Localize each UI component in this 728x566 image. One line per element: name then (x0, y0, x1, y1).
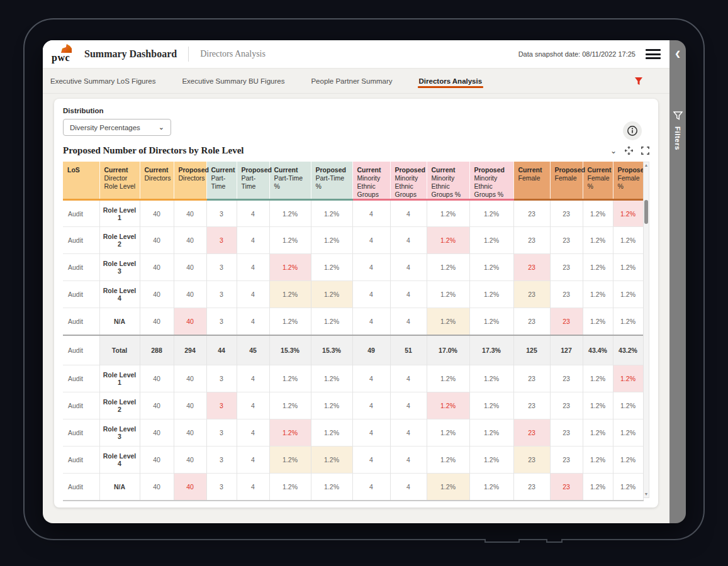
table-cell: 1.2% (269, 200, 311, 227)
table-row: AuditRole Level 34040341.2%1.2%441.2%1.2… (63, 419, 643, 447)
tab-executive-summary-los-figures[interactable]: Executive Summary LoS Figures (49, 70, 157, 92)
table-cell: 4 (237, 365, 269, 392)
table-row: AuditN/A4040341.2%1.2%441.2%1.2%23231.2%… (63, 474, 643, 501)
table-cell: 1.2% (583, 281, 613, 308)
scroll-up-icon[interactable]: ▲ (644, 162, 649, 169)
info-icon (627, 125, 638, 136)
scrollbar-thumb[interactable] (644, 200, 648, 224)
tablet-port-notch (546, 539, 563, 543)
info-button[interactable] (623, 121, 642, 140)
table-cell: 1.2% (269, 447, 311, 474)
table-cell: 288 (140, 335, 174, 365)
table-cell: 4 (352, 254, 390, 281)
table-cell: 1.2% (427, 365, 469, 392)
table-cell: 23 (550, 392, 583, 419)
table-cell: 1.2% (269, 392, 311, 419)
table-cell: 1.2% (269, 254, 311, 281)
fit-to-screen-icon[interactable] (625, 147, 633, 155)
table-cell: 4 (352, 308, 390, 335)
table-cell: 4 (237, 392, 269, 419)
hamburger-menu-icon[interactable] (646, 49, 661, 59)
table-row: AuditRole Level 14040341.2%1.2%441.2%1.2… (63, 365, 643, 392)
table-cell: 3 (206, 474, 237, 501)
table-cell: 15.3% (269, 335, 311, 365)
table-cell: 1.2% (311, 365, 352, 392)
table-cell: 1.2% (613, 447, 643, 474)
table-cell: 23 (513, 200, 550, 227)
table-cell: 40 (174, 227, 206, 254)
table-cell: 1.2% (613, 419, 643, 447)
table-cell: 4 (390, 392, 427, 419)
table-cell: 23 (550, 447, 583, 474)
table-cell: 40 (140, 447, 174, 474)
role-level-cell: Role Level 1 (99, 200, 140, 227)
table-cell: 4 (390, 474, 427, 501)
table-cell: 4 (390, 254, 427, 281)
table-row: AuditRole Level 24040341.2%1.2%441.2%1.2… (63, 227, 643, 254)
tabs-container: Executive Summary LoS FiguresExecutive S… (49, 70, 483, 92)
tab-executive-summary-bu-figures[interactable]: Executive Summary BU Figures (181, 70, 286, 92)
table-cell: 4 (237, 281, 269, 308)
distribution-dropdown[interactable]: Diversity Percentages ⌄ (63, 119, 171, 136)
table-cell: 40 (174, 200, 206, 227)
column-header: CurrentFemale (513, 162, 550, 200)
role-level-cell: Role Level 2 (99, 392, 140, 419)
expand-fullscreen-icon[interactable] (641, 147, 649, 155)
table-cell: 294 (174, 335, 206, 365)
current-page-title: Directors Analysis (200, 49, 266, 59)
table-cell: 4 (390, 447, 427, 474)
table-cell: 4 (390, 365, 427, 392)
table-cell: 40 (174, 254, 206, 281)
table-cell: 23 (513, 308, 550, 335)
table-cell: 1.2% (613, 281, 643, 308)
chevron-down-icon: ⌄ (159, 123, 164, 131)
distribution-dropdown-value: Diversity Percentages (70, 124, 140, 131)
table-cell: 3 (206, 200, 237, 227)
filters-rail-label[interactable]: Filters (674, 126, 681, 150)
table-cell: 1.2% (311, 419, 352, 447)
table-cell: 1.2% (269, 474, 311, 501)
table-scrollbar[interactable]: ▲ ▼ (643, 162, 649, 498)
app-header: pwc Summary Dashboard Directors Analysis… (43, 40, 669, 69)
table-cell: 1.2% (613, 474, 643, 501)
table-cell: 1.2% (311, 447, 352, 474)
table-cell: 4 (352, 227, 390, 254)
active-filter-funnel-icon[interactable] (634, 77, 643, 86)
table-cell: 3 (206, 419, 237, 447)
table-cell: 4 (390, 308, 427, 335)
table-cell: 4 (390, 227, 427, 254)
table-cell: 4 (237, 474, 269, 501)
table-cell: 1.2% (469, 281, 513, 308)
table-cell: 1.2% (583, 200, 613, 227)
table-cell: 1.2% (613, 308, 643, 335)
table-cell: 1.2% (469, 227, 513, 254)
los-cell: Audit (63, 447, 99, 474)
column-header: ProposedPart-Time % (311, 162, 352, 200)
table-cell: 40 (140, 200, 174, 227)
collapse-chevron-icon[interactable]: ⌄ (610, 147, 617, 155)
table-cell: 1.2% (427, 474, 469, 501)
table-cell: 1.2% (583, 474, 613, 501)
pwc-logo-text: pwc (52, 52, 70, 64)
table-cell: 23 (550, 227, 583, 254)
table-cell: 1.2% (583, 392, 613, 419)
data-snapshot-date: Data snapshot date: 08/11/2022 17:25 (518, 50, 636, 58)
rail-filter-icon[interactable] (673, 111, 683, 120)
los-cell: Audit (63, 200, 99, 227)
table-cell: 1.2% (613, 227, 643, 254)
los-cell: Audit (63, 227, 99, 254)
table-cell: 1.2% (427, 254, 469, 281)
table-cell: 45 (237, 335, 269, 365)
table-cell: 40 (140, 308, 174, 335)
tab-people-partner-summary[interactable]: People Partner Summary (310, 70, 393, 92)
scroll-down-icon[interactable]: ▼ (644, 491, 649, 497)
app-title: Summary Dashboard (84, 48, 177, 60)
tab-directors-analysis[interactable]: Directors Analysis (418, 70, 484, 92)
table-cell: 51 (390, 335, 427, 365)
table-cell: 4 (352, 281, 390, 308)
filters-rail: ❮ Filters (669, 40, 686, 523)
los-cell: Audit (63, 392, 99, 419)
rail-collapse-chevron-icon[interactable]: ❮ (675, 50, 680, 57)
table-cell: 1.2% (311, 392, 352, 419)
los-cell: Audit (63, 365, 99, 392)
